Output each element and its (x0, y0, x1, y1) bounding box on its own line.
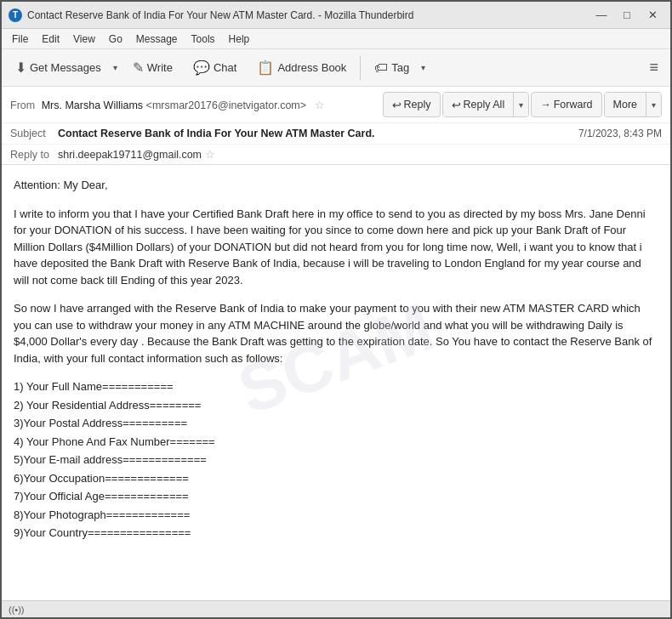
star-icon[interactable]: ☆ (315, 99, 325, 111)
forward-icon: → (540, 99, 551, 111)
replyto-star-icon[interactable]: ☆ (205, 148, 215, 161)
menu-help[interactable]: Help (222, 31, 257, 47)
menu-view[interactable]: View (66, 31, 102, 47)
toolbar-separator (360, 56, 361, 80)
menu-message[interactable]: Message (129, 31, 185, 47)
chat-label: Chat (214, 61, 236, 74)
address-book-icon: 📋 (257, 60, 274, 76)
address-book-button[interactable]: 📋 Address Book (248, 54, 355, 82)
more-dropdown[interactable]: ▾ (646, 93, 661, 116)
reply-all-label: Reply All (464, 99, 505, 111)
from-name: Mrs. Marsha Williams (42, 99, 143, 111)
menu-bar: File Edit View Go Message Tools Help (2, 29, 670, 49)
window-title: Contact Reserve Bank of India For Your N… (27, 9, 590, 21)
email-subject-row: Subject Contact Reserve Bank of India Fo… (2, 123, 670, 145)
email-body-wrapper: SCAM Attention: My Dear, I write to info… (14, 177, 658, 542)
chat-icon: 💬 (193, 60, 210, 76)
list-item-1: 1) Your Full Name=========== (14, 378, 658, 395)
replyto-address: shri.deepak19711@gmail.com (58, 149, 202, 161)
email-paragraph2: So now I have arranged with the Reserve … (14, 300, 658, 366)
forward-button[interactable]: → Forward (531, 92, 601, 117)
email-replyto-row: Reply to shri.deepak19711@gmail.com ☆ (2, 145, 670, 164)
reply-icon: ↩ (392, 99, 401, 111)
toolbar: ⬇ Get Messages ▾ ✎ Write 💬 Chat 📋 Addres… (2, 49, 670, 87)
tag-label: Tag (391, 61, 409, 74)
from-address: <mrsmar20176@inetvigator.com> (146, 99, 306, 111)
get-messages-button[interactable]: ⬇ Get Messages (7, 54, 110, 82)
reply-button[interactable]: ↩ Reply (383, 92, 441, 117)
menu-file[interactable]: File (5, 31, 35, 47)
list-item-9: 9)Your Country================ (14, 525, 658, 542)
list-item-5: 5)Your E-mail address============= (14, 451, 658, 469)
email-paragraph1: I write to inform you that I have your C… (14, 206, 658, 289)
menu-go[interactable]: Go (102, 31, 129, 47)
chat-button[interactable]: 💬 Chat (185, 54, 245, 82)
more-button[interactable]: More (605, 93, 646, 116)
subject-label: Subject (10, 128, 53, 139)
minimize-button[interactable]: — (590, 6, 612, 25)
email-subject: Contact Reserve Bank of India For Your N… (58, 128, 578, 139)
get-messages-icon: ⬇ (15, 60, 26, 76)
action-buttons: ↩ Reply ↩ Reply All ▾ → Forward More ▾ (383, 92, 662, 117)
write-label: Write (147, 61, 173, 74)
email-date: 7/1/2023, 8:43 PM (578, 128, 662, 139)
reply-label: Reply (404, 99, 431, 111)
email-body: Attention: My Dear, I write to inform yo… (14, 177, 658, 542)
forward-label: Forward (554, 99, 593, 111)
from-section: From Mrs. Marsha Williams <mrsmar20176@i… (10, 99, 383, 111)
replyto-label: Reply to (10, 149, 53, 161)
more-label: More (613, 99, 637, 111)
reply-all-split: ↩ Reply All ▾ (442, 92, 530, 117)
list-item-2: 2) Your Residential Address======== (14, 397, 658, 414)
email-greeting: Attention: My Dear, (14, 177, 658, 194)
reply-all-icon: ↩ (452, 99, 461, 111)
menu-tools[interactable]: Tools (185, 31, 222, 47)
signal-icon: ((•)) (9, 605, 25, 615)
list-item-4: 4) Your Phone And Fax Number======= (14, 434, 658, 451)
list-item-7: 7)Your Official Age============= (14, 488, 658, 505)
close-button[interactable]: ✕ (641, 6, 663, 25)
address-book-label: Address Book (277, 61, 346, 74)
status-bar: ((•)) (2, 600, 670, 617)
get-messages-label: Get Messages (30, 61, 101, 74)
hamburger-button[interactable]: ≡ (642, 54, 665, 82)
get-messages-dropdown[interactable]: ▾ (110, 54, 121, 82)
tag-button[interactable]: 🏷 Tag (366, 54, 418, 82)
maximize-button[interactable]: □ (616, 6, 638, 25)
reply-all-dropdown[interactable]: ▾ (514, 93, 528, 116)
title-bar: T Contact Reserve Bank of India For Your… (2, 2, 670, 29)
from-label: From (10, 99, 35, 111)
app-icon: T (9, 9, 22, 22)
more-split: More ▾ (604, 92, 662, 117)
tag-icon: 🏷 (374, 60, 388, 76)
tag-group: 🏷 Tag ▾ (366, 54, 429, 82)
menu-edit[interactable]: Edit (35, 31, 66, 47)
email-list: 1) Your Full Name=========== 2) Your Res… (14, 378, 658, 542)
window-controls: — □ ✕ (590, 6, 663, 25)
reply-all-button[interactable]: ↩ Reply All (443, 93, 515, 116)
email-from-row: From Mrs. Marsha Williams <mrsmar20176@i… (2, 87, 670, 123)
tag-dropdown[interactable]: ▾ (418, 54, 429, 82)
list-item-6: 6)Your Occupation============= (14, 470, 658, 487)
get-messages-group: ⬇ Get Messages ▾ (7, 54, 121, 82)
email-body-container[interactable]: SCAM Attention: My Dear, I write to info… (2, 165, 670, 600)
write-button[interactable]: ✎ Write (124, 54, 181, 82)
email-header: From Mrs. Marsha Williams <mrsmar20176@i… (2, 87, 670, 165)
write-icon: ✎ (133, 60, 144, 76)
list-item-3: 3)Your Postal Address========== (14, 415, 658, 432)
list-item-8: 8)Your Photograph============= (14, 507, 658, 524)
